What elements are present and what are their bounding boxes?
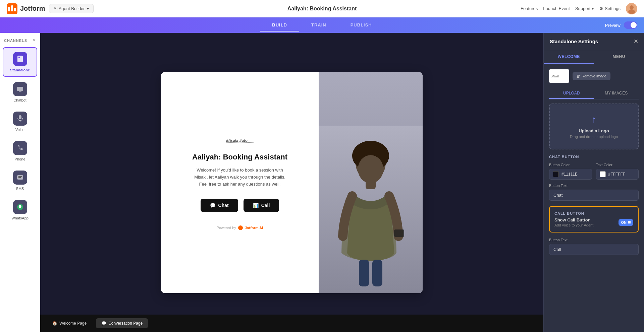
launch-event-link[interactable]: Launch Event (543, 6, 570, 11)
ai-builder-label: AI Agent Builder (53, 6, 85, 11)
channels-label: CHANNELS (4, 39, 27, 43)
avatar[interactable] (626, 3, 637, 14)
preview-title: Aaliyah: Booking Assistant (192, 153, 287, 161)
panel-tab-welcome[interactable]: WELCOME (544, 50, 594, 64)
preview-area: Preview (605, 21, 637, 29)
page-title-area: Aaliyah: Booking Assistant (287, 6, 357, 12)
welcome-page-tab[interactable]: 🏠 Welcome Page (47, 318, 92, 328)
call-button-text-section: Button Text (549, 238, 639, 255)
close-sidebar-icon[interactable]: ✕ (33, 38, 36, 43)
preview-footer: Powered by Jotform AI (217, 225, 263, 230)
upload-tab-upload[interactable]: UPLOAD (549, 88, 594, 99)
text-color-value: #FFFFFF (608, 172, 626, 177)
sidebar-item-standalone[interactable]: Standalone (3, 47, 37, 77)
call-section-header: CALL BUTTON (554, 211, 633, 215)
settings-button[interactable]: ⚙ Settings (599, 6, 621, 11)
chat-icon: 💬 (210, 203, 216, 208)
call-section-title: CALL BUTTON (554, 211, 584, 215)
standalone-icon (13, 52, 27, 66)
features-link[interactable]: Features (521, 6, 538, 11)
sidebar-item-sms[interactable]: SMS (3, 167, 37, 195)
svg-rect-22 (359, 260, 369, 286)
jotform-ai-logo (238, 225, 243, 230)
voice-icon (13, 112, 27, 126)
preview-description: Welcome! If you'd like to book a session… (190, 167, 290, 188)
preview-chat-button[interactable]: 💬 Chat (201, 199, 238, 212)
right-panel: Standalone Settings ✕ WELCOME MENU Misak… (543, 33, 644, 332)
sidebar-item-chatbot[interactable]: Chatbot (3, 78, 37, 106)
chat-tab-icon: 💬 (101, 321, 106, 326)
preview-card-left: Misaki Sato Aaliyah: Booking Assistant W… (161, 72, 319, 293)
button-color-value: #11111B (561, 172, 578, 177)
phone-icon (13, 141, 27, 155)
toggle-grid-icon: ⊞ (628, 220, 631, 224)
standalone-label: Standalone (10, 68, 30, 72)
trash-icon: 🗑 (577, 74, 580, 78)
nav-right: Features Launch Event Support ▾ ⚙ Settin… (521, 3, 637, 14)
bottom-bar: 🏠 Welcome Page 💬 Conversation Page (40, 315, 543, 332)
remove-image-button[interactable]: 🗑 Remove image (573, 72, 610, 80)
button-color-label: Button Color (549, 163, 592, 167)
logo-preview-image: Misaki (551, 73, 568, 79)
sidebar-item-whatsapp[interactable]: WhatsApp (3, 196, 37, 224)
upload-title: Upload a Logo (556, 128, 631, 133)
tab-build[interactable]: BUILD (260, 19, 299, 31)
tab-train[interactable]: TRAIN (299, 19, 338, 31)
button-color-input[interactable]: #11111B (549, 169, 592, 180)
preview-call-button[interactable]: 📊 Call (244, 199, 279, 212)
upload-tab-my-images[interactable]: MY IMAGES (594, 88, 639, 99)
svg-rect-23 (372, 260, 382, 286)
conversation-page-tab[interactable]: 💬 Conversation Page (96, 318, 148, 328)
agent-photo (319, 72, 423, 293)
sms-label: SMS (16, 187, 24, 191)
svg-point-26 (358, 155, 383, 183)
call-button-labels: Show Call Button Add voice to your Agent (554, 217, 593, 227)
svg-text:Misaki: Misaki (551, 75, 559, 78)
panel-tab-menu[interactable]: MENU (594, 50, 644, 64)
call-icon: 📊 (253, 203, 259, 208)
svg-rect-2 (11, 5, 13, 11)
call-button-toggle[interactable]: ON ⊞ (619, 219, 634, 226)
sidebar: CHANNELS ✕ Standalone Chatbot (0, 33, 40, 332)
preview-buttons: 💬 Chat 📊 Call (201, 199, 279, 212)
logo-preview-row: Misaki 🗑 Remove image (549, 69, 639, 83)
panel-tabs: WELCOME MENU (544, 50, 644, 64)
button-text-label: Button Text (549, 184, 639, 188)
preview-toggle[interactable] (624, 21, 637, 29)
chatbot-label: Chatbot (13, 98, 26, 102)
button-text-input[interactable] (549, 190, 639, 201)
tab-publish[interactable]: PUBLISH (338, 19, 384, 31)
whatsapp-icon (13, 200, 27, 214)
panel-content: Misaki 🗑 Remove image UPLOAD MY IMAGES ↑… (544, 64, 644, 332)
agent-silhouette (319, 126, 423, 293)
panel-title: Standalone Settings (550, 39, 598, 44)
panel-close-button[interactable]: ✕ (634, 38, 638, 45)
text-color-swatch (600, 171, 606, 177)
show-call-button-label: Show Call Button (554, 217, 593, 222)
call-button-row: Show Call Button Add voice to your Agent… (554, 217, 633, 227)
sidebar-item-phone[interactable]: Phone (3, 137, 37, 165)
upload-tabs: UPLOAD MY IMAGES (549, 88, 639, 99)
sidebar-header: CHANNELS ✕ (0, 37, 40, 47)
ai-builder-button[interactable]: AI Agent Builder ▾ (49, 4, 93, 13)
preview-label: Preview (605, 23, 621, 28)
app-name: Jotform (20, 5, 45, 12)
upload-area[interactable]: ↑ Upload a Logo Drag and drop or upload … (549, 104, 639, 149)
support-link[interactable]: Support ▾ (575, 6, 594, 11)
text-color-input[interactable]: #FFFFFF (596, 169, 639, 180)
voice-label: Voice (15, 128, 24, 132)
toggle-knob (631, 22, 637, 28)
home-icon: 🏠 (52, 321, 57, 326)
chat-button-section-title: CHAT BUTTON (549, 155, 639, 159)
color-inputs: Button Color #11111B Text Color #FFFFFF (549, 163, 639, 180)
svg-rect-24 (394, 229, 404, 237)
svg-point-5 (630, 5, 634, 9)
call-button-text-input[interactable] (549, 244, 639, 255)
top-nav: Jotform AI Agent Builder ▾ Aaliyah: Book… (0, 0, 644, 17)
sms-icon (13, 171, 27, 185)
preview-logo: Misaki Sato (225, 135, 255, 146)
preview-card: Misaki Sato Aaliyah: Booking Assistant W… (161, 72, 423, 293)
svg-rect-3 (14, 8, 16, 11)
sidebar-item-voice[interactable]: Voice (3, 108, 37, 136)
svg-rect-1 (8, 7, 10, 11)
